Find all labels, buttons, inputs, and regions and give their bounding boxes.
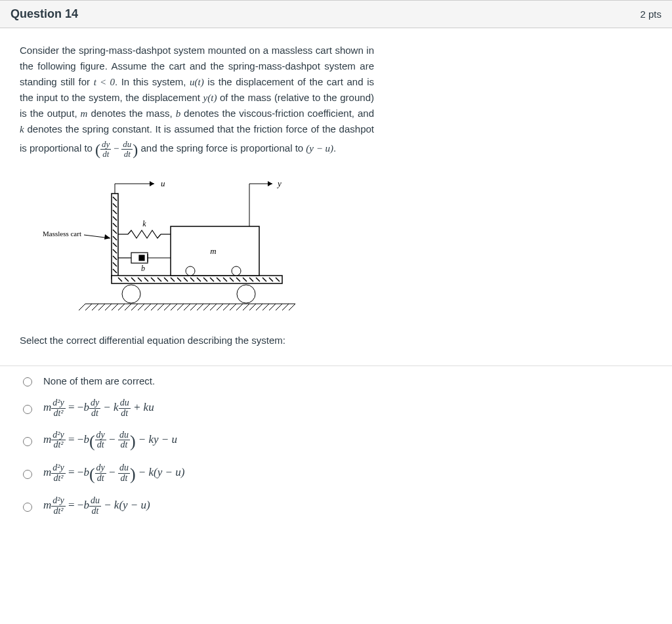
svg-line-14 <box>164 304 171 310</box>
svg-text:m: m <box>210 246 216 256</box>
svg-line-30 <box>269 304 276 310</box>
option-b-radio[interactable] <box>23 405 32 414</box>
option-e-radio[interactable] <box>23 503 32 512</box>
svg-point-78 <box>232 266 241 276</box>
text: and the spring force is proportional to <box>138 142 306 154</box>
svg-line-10 <box>138 304 144 310</box>
svg-text:b: b <box>141 264 145 273</box>
text: denotes the mass, <box>87 108 175 119</box>
svg-line-17 <box>184 304 190 310</box>
svg-line-11 <box>144 304 151 310</box>
svg-line-20 <box>203 304 210 310</box>
var-k: k <box>20 124 24 135</box>
svg-line-24 <box>230 304 236 310</box>
answer-options: None of them are correct. md²ydt² = −bdy… <box>0 365 672 518</box>
svg-line-16 <box>177 304 184 310</box>
option-e[interactable]: md²ydt² = −bdudt − k(y − u) <box>0 487 672 518</box>
svg-line-5 <box>105 304 112 310</box>
text: . In this system, <box>115 76 190 87</box>
svg-text:y: y <box>276 178 282 188</box>
option-d-radio[interactable] <box>23 470 32 479</box>
system-figure: m k b <box>20 174 374 320</box>
var-b: b <box>176 108 181 119</box>
question-header: Question 14 2 pts <box>0 0 672 28</box>
option-c-radio[interactable] <box>23 437 32 446</box>
option-d-eq: md²ydt² = −b(dydt − dudt) − k(y − u) <box>43 463 184 484</box>
svg-line-31 <box>276 304 282 310</box>
var-yu: (y − u) <box>306 143 333 154</box>
svg-line-33 <box>289 304 295 310</box>
svg-line-19 <box>197 304 203 310</box>
svg-line-29 <box>262 304 269 310</box>
question-title: Question 14 <box>10 7 78 21</box>
svg-rect-35 <box>112 276 282 283</box>
svg-line-8 <box>125 304 131 310</box>
svg-line-13 <box>158 304 164 310</box>
question-points: 2 pts <box>640 9 662 20</box>
svg-line-15 <box>171 304 177 310</box>
svg-line-18 <box>190 304 197 310</box>
question-text: Consider the spring-mass-dashpot system … <box>20 43 374 162</box>
svg-marker-90 <box>150 181 154 186</box>
svg-line-22 <box>217 304 223 310</box>
svg-marker-98 <box>104 234 110 239</box>
svg-line-26 <box>243 304 249 310</box>
svg-line-27 <box>249 304 256 310</box>
option-e-eq: md²ydt² = −bdudt − k(y − u) <box>43 496 150 516</box>
svg-rect-86 <box>139 255 144 260</box>
svg-line-25 <box>236 304 243 310</box>
svg-line-32 <box>282 304 289 310</box>
svg-line-9 <box>131 304 138 310</box>
svg-line-4 <box>98 304 105 310</box>
dashpot-fraction: (dydt − dudt) <box>95 143 138 154</box>
svg-line-7 <box>118 304 125 310</box>
option-c-eq: md²ydt² = −b(dydt − dudt) − ky − u <box>43 430 177 451</box>
option-a[interactable]: None of them are correct. <box>0 366 672 389</box>
option-c[interactable]: md²ydt² = −b(dydt − dudt) − ky − u <box>0 421 672 454</box>
svg-line-28 <box>256 304 262 310</box>
var-t: t < 0 <box>94 77 115 87</box>
option-b-eq: md²ydt² = −bdydt − kdudt + ku <box>43 398 154 418</box>
option-a-radio[interactable] <box>23 377 32 386</box>
option-b[interactable]: md²ydt² = −bdydt − kdudt + ku <box>0 389 672 421</box>
text: . <box>333 142 336 154</box>
var-ut: u(t) <box>190 77 204 87</box>
svg-text:u: u <box>161 178 165 188</box>
svg-line-21 <box>210 304 217 310</box>
var-m: m <box>81 108 88 119</box>
svg-line-3 <box>92 304 98 310</box>
svg-marker-94 <box>268 181 272 186</box>
option-a-text: None of them are correct. <box>43 375 155 386</box>
svg-line-12 <box>151 304 158 310</box>
svg-text:k: k <box>142 219 146 228</box>
svg-line-23 <box>223 304 230 310</box>
svg-point-73 <box>122 285 140 303</box>
svg-line-2 <box>85 304 92 310</box>
select-prompt: Select the correct differential equation… <box>20 335 374 346</box>
svg-line-6 <box>112 304 118 310</box>
svg-point-77 <box>186 266 195 276</box>
svg-text:Massless cart: Massless cart <box>43 230 81 238</box>
svg-line-1 <box>79 304 85 310</box>
var-yt: y(t) <box>203 93 217 103</box>
option-d[interactable]: md²ydt² = −b(dydt − dudt) − k(y − u) <box>0 454 672 487</box>
text: denotes the viscous-friction coefficient… <box>180 108 374 119</box>
svg-point-74 <box>237 285 255 303</box>
